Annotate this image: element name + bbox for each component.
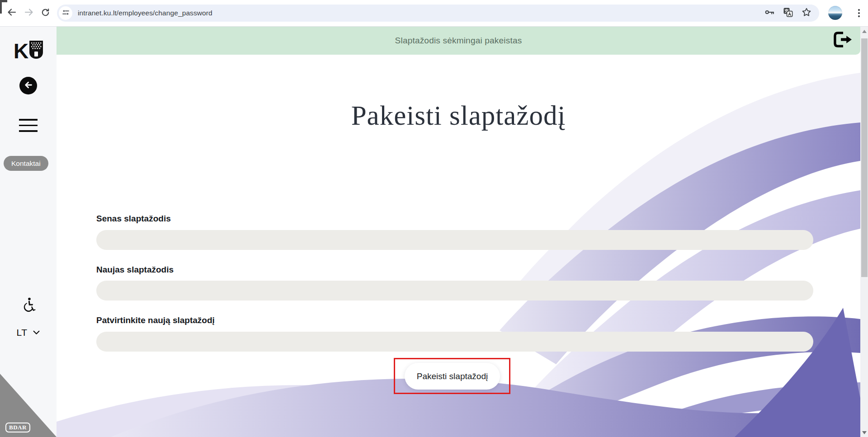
change-password-button[interactable]: Pakeisti slaptažodį (405, 363, 500, 390)
kontaktai-label: Kontaktai (11, 160, 41, 168)
dot (858, 9, 860, 11)
chevron-down-icon (33, 329, 40, 337)
forward-button[interactable] (22, 6, 36, 20)
old-password-input[interactable] (96, 230, 813, 250)
ku-shield-icon (29, 41, 43, 61)
banner-message: Slaptažodis sėkmingai pakeistas (395, 36, 522, 46)
menu-bar (19, 119, 38, 121)
logout-icon (832, 31, 853, 50)
dot (858, 15, 860, 17)
success-banner: Slaptažodis sėkmingai pakeistas (57, 26, 860, 55)
dot (858, 12, 860, 14)
ku-logo[interactable]: K (0, 41, 57, 61)
bdar-badge[interactable]: BDAR (5, 423, 30, 432)
confirm-password-input[interactable] (96, 332, 813, 352)
tune-icon (62, 9, 70, 18)
browser-toolbar: intranet.ku.lt/employees/change_password (0, 0, 868, 27)
language-selector[interactable]: LT (0, 327, 57, 338)
menu-toggle-button[interactable] (19, 119, 38, 132)
scrollbar-thumb[interactable] (861, 38, 868, 277)
scroll-up-arrow-icon[interactable] (862, 30, 867, 33)
page-scrollbar[interactable] (860, 26, 868, 437)
sidebar: K Kontaktai LT (0, 26, 57, 437)
kontaktai-link[interactable]: Kontaktai (4, 156, 48, 171)
main-content: Pakeisti slaptažodį Senas slaptažodis Na… (57, 55, 860, 437)
back-arrow-icon (6, 7, 17, 19)
logo-letter: K (14, 42, 28, 60)
new-password-input[interactable] (96, 281, 813, 301)
menu-bar (19, 130, 38, 132)
back-arrow-icon (24, 80, 33, 92)
window-edge (0, 0, 2, 14)
sidebar-back-button[interactable] (19, 77, 37, 94)
new-password-label: Naujas slaptažodis (96, 265, 174, 275)
logout-button[interactable] (831, 31, 853, 50)
reload-button[interactable] (38, 6, 52, 20)
scroll-down-arrow-icon[interactable] (862, 431, 867, 434)
site-info-button[interactable] (59, 6, 72, 20)
translate-icon[interactable] (783, 7, 793, 19)
reload-icon (40, 7, 51, 19)
forward-arrow-icon (24, 7, 34, 19)
page-title: Pakeisti slaptažodį (57, 100, 860, 132)
page: K Kontaktai LT (0, 26, 868, 437)
url-input[interactable]: intranet.ku.lt/employees/change_password (78, 9, 764, 17)
menu-bar (19, 125, 38, 127)
confirm-password-label: Patvirtinkite naują slaptažodį (96, 315, 215, 325)
old-password-label: Senas slaptažodis (96, 214, 171, 224)
key-icon[interactable] (764, 7, 775, 19)
wheelchair-icon (21, 296, 36, 315)
language-code: LT (17, 327, 28, 338)
accessibility-button[interactable] (20, 296, 37, 315)
browser-menu-button[interactable] (853, 6, 865, 20)
star-icon[interactable] (801, 7, 812, 19)
back-button[interactable] (5, 6, 19, 20)
omnibox[interactable]: intranet.ku.lt/employees/change_password (57, 5, 819, 22)
profile-avatar[interactable] (828, 6, 842, 20)
